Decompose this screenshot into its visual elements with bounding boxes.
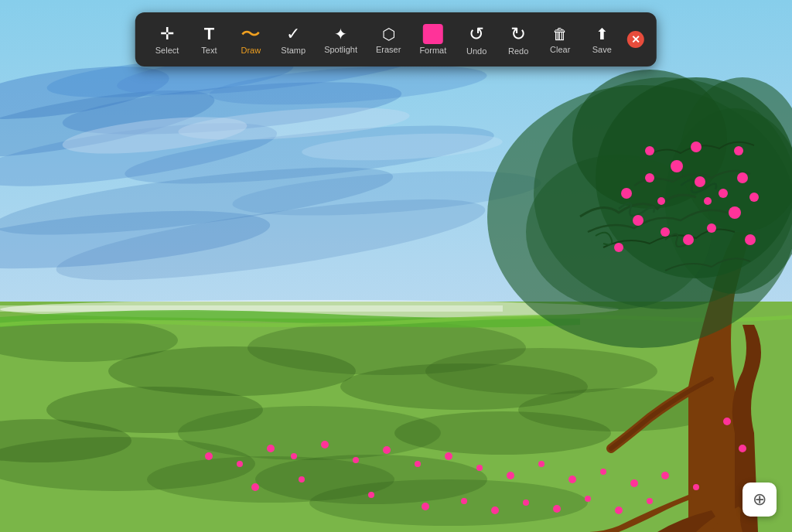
- stamp-icon: ✓: [286, 24, 300, 44]
- undo-tool[interactable]: ↺ Undo: [457, 19, 496, 60]
- clear-tool[interactable]: 🗑 Clear: [541, 21, 579, 59]
- svg-point-72: [661, 472, 669, 479]
- svg-point-70: [600, 469, 606, 475]
- svg-point-60: [291, 453, 297, 459]
- svg-point-56: [645, 146, 654, 155]
- save-tool[interactable]: ⬆ Save: [582, 20, 621, 59]
- svg-point-75: [237, 461, 243, 467]
- clear-icon: 🗑: [552, 26, 568, 43]
- spotlight-icon: ✦: [334, 25, 347, 43]
- svg-point-58: [734, 146, 743, 155]
- fab-button[interactable]: ⊕: [742, 483, 777, 517]
- svg-point-63: [383, 446, 391, 454]
- text-icon: T: [204, 24, 214, 44]
- redo-icon: ↻: [510, 23, 526, 45]
- svg-point-84: [615, 506, 623, 514]
- svg-point-81: [523, 500, 529, 506]
- save-label: Save: [592, 45, 612, 54]
- close-button[interactable]: ✕: [627, 31, 644, 48]
- select-tool[interactable]: ✛ Select: [148, 19, 187, 60]
- format-label: Format: [419, 46, 446, 55]
- svg-point-52: [745, 234, 756, 245]
- svg-point-49: [661, 227, 670, 237]
- eraser-tool[interactable]: ⬡ Eraser: [368, 20, 408, 59]
- svg-point-74: [723, 418, 731, 425]
- svg-point-65: [445, 452, 452, 460]
- text-tool[interactable]: T Text: [189, 19, 228, 60]
- format-tool[interactable]: Format: [411, 19, 454, 60]
- svg-point-86: [299, 476, 305, 483]
- eraser-icon: ⬡: [382, 25, 395, 43]
- svg-point-48: [683, 234, 694, 245]
- svg-point-47: [707, 223, 716, 233]
- svg-point-41: [645, 173, 654, 182]
- save-icon: ⬆: [596, 25, 609, 43]
- svg-point-55: [749, 193, 759, 202]
- svg-point-78: [422, 503, 429, 510]
- draw-tool[interactable]: 〜 Draw: [231, 19, 270, 60]
- redo-tool[interactable]: ↻ Redo: [499, 19, 538, 60]
- svg-point-45: [737, 172, 748, 183]
- svg-point-73: [693, 484, 699, 490]
- spotlight-label: Spotlight: [324, 45, 357, 54]
- svg-point-68: [538, 461, 544, 467]
- undo-label: Undo: [466, 46, 486, 56]
- stamp-tool[interactable]: ✓ Stamp: [273, 19, 313, 60]
- svg-point-71: [630, 479, 638, 487]
- draw-icon: 〜: [241, 24, 261, 44]
- select-label: Select: [155, 46, 179, 55]
- draw-label: Draw: [241, 46, 261, 55]
- svg-point-87: [251, 483, 259, 491]
- svg-point-83: [585, 496, 591, 502]
- svg-point-82: [553, 505, 561, 513]
- svg-point-43: [695, 176, 705, 187]
- toolbar: ✛ Select T Text 〜 Draw ✓ Stamp ✦ Spotlig…: [135, 12, 657, 66]
- svg-point-50: [633, 215, 644, 226]
- svg-point-51: [614, 243, 623, 252]
- svg-point-77: [368, 492, 374, 498]
- svg-point-88: [739, 445, 746, 452]
- svg-point-29: [425, 348, 657, 394]
- svg-point-54: [704, 197, 712, 205]
- select-icon: ✛: [160, 24, 174, 44]
- fab-icon: ⊕: [753, 489, 766, 510]
- svg-point-40: [621, 188, 632, 199]
- svg-point-76: [205, 452, 213, 460]
- svg-rect-32: [0, 305, 503, 312]
- undo-icon: ↺: [469, 23, 484, 45]
- svg-point-57: [691, 142, 702, 152]
- svg-point-42: [671, 160, 683, 172]
- redo-label: Redo: [508, 46, 528, 56]
- svg-point-85: [647, 498, 653, 504]
- text-label: Text: [201, 46, 217, 55]
- svg-point-59: [267, 445, 275, 452]
- stamp-label: Stamp: [281, 46, 306, 55]
- svg-point-28: [309, 479, 588, 526]
- eraser-label: Eraser: [376, 45, 401, 54]
- svg-point-79: [461, 498, 467, 504]
- spotlight-tool[interactable]: ✦ Spotlight: [316, 20, 365, 59]
- format-color-swatch: [423, 24, 443, 44]
- svg-point-69: [568, 476, 576, 483]
- clear-label: Clear: [550, 45, 570, 54]
- svg-point-64: [415, 461, 421, 467]
- svg-point-66: [476, 465, 483, 471]
- svg-point-44: [719, 189, 728, 198]
- svg-point-53: [657, 197, 665, 205]
- svg-point-46: [729, 206, 741, 219]
- svg-point-62: [353, 457, 359, 463]
- svg-point-67: [507, 472, 514, 479]
- svg-point-61: [321, 441, 329, 448]
- svg-point-80: [491, 506, 499, 514]
